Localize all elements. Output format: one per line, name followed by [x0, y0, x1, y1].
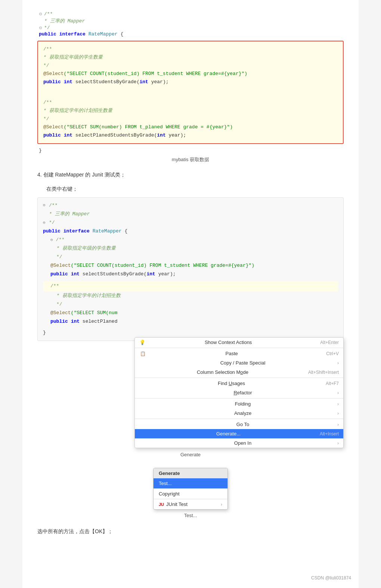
sc-inner-c4: /** [43, 282, 338, 290]
menu-item-shortcut-find: Alt+F7 [326, 381, 339, 386]
context-menu-wrapper: 💡 Show Context Actions Alt+Enter 📋 Paste… [134, 337, 344, 448]
folding-arrow: › [337, 401, 339, 407]
sc-inner-c1: ⊖ /** [43, 236, 338, 244]
sc-inner-c3: */ [43, 253, 338, 261]
page-wrapper: ⊖ /** * 三率的 Mapper ⊖ */ public interface… [22, 0, 359, 588]
step4-text: 4. 创建 RateMapper 的 Junit 测试类； [37, 171, 344, 179]
gen-item-test[interactable]: Test... [154, 478, 227, 488]
gen-item-copyright[interactable]: Copyright [154, 489, 227, 499]
sc-method2: public int selectPlaned [43, 318, 338, 326]
goto-arrow: › [337, 422, 339, 427]
hl-method2: public int selectPlanedStudentsByGrade(i… [43, 131, 338, 140]
closing-brace: } [39, 148, 344, 153]
sc-close: } [43, 329, 338, 337]
generate-menu-header: Generate [154, 468, 227, 478]
junit-arrow: › [221, 502, 222, 507]
menu-item-shortcut-paste: Ctrl+V [326, 351, 339, 356]
copy-paste-arrow: › [337, 360, 339, 366]
final-instruction: 选中所有的方法，点击【OK】； [37, 527, 344, 536]
gen-item-junit[interactable]: JU JUnit Test › [154, 499, 227, 509]
sc-inner-c5: * 获取指定学年的计划招生数 [43, 292, 338, 300]
menu-item-show-context[interactable]: 💡 Show Context Actions Alt+Enter [135, 338, 343, 347]
caption-generate: Generate [37, 452, 344, 457]
gutter-line-comment2: * 三率的 Mapper [37, 18, 344, 24]
menu-sep-4 [135, 419, 343, 419]
sc-sel2-row: @Select("SELECT SUM(num [43, 309, 338, 317]
menu-item-openin[interactable]: Open In › [135, 438, 343, 448]
hl-code-line2: * 获取指定年级的学生数量 [43, 53, 338, 62]
sc-method1: public int selectStudentsByGrade(int yea… [43, 270, 338, 278]
menu-item-shortcut-column: Alt+Shift+Insert [308, 370, 339, 375]
menu-sep-3 [135, 398, 343, 398]
junit-icon: JU [159, 502, 164, 507]
context-menu-section: 💡 Show Context Actions Alt+Enter 📋 Paste… [37, 337, 344, 448]
gutter-interface-line: public interface RateMapper { [37, 31, 344, 37]
hl-code-line6: */ [43, 115, 338, 123]
menu-item-label-copy-paste: Copy / Paste Special [220, 360, 266, 366]
menu-item-label-openin: Open In [234, 440, 251, 446]
hl-blank [43, 90, 338, 98]
code-comment-3: */ [44, 25, 50, 31]
gen-item-label-copyright: Copyright [159, 491, 180, 497]
refactor-arrow: › [337, 390, 339, 395]
menu-item-label-analyze: Analyze [234, 410, 251, 416]
sc-sel1: @Select("SELECT COUNT(student_id) FROM t… [43, 262, 338, 270]
csdn-watermark: CSDN @liuli031874 [311, 575, 351, 581]
context-menu: 💡 Show Context Actions Alt+Enter 📋 Paste… [134, 337, 344, 448]
sc-inner-c6: */ [43, 300, 338, 309]
sc-line-1: ⊖ /** [43, 201, 338, 210]
hl-code-line: /** [43, 45, 338, 53]
menu-sep-1 [135, 348, 343, 348]
sc-inner-c2: * 获取指定年级的学生数量 [43, 244, 338, 253]
menu-item-label-refactor: Refactor [233, 390, 252, 395]
menu-item-goto[interactable]: Go To › [135, 420, 343, 429]
sc-interface: public interface RateMapper { [43, 227, 338, 235]
menu-item-icon-context: 💡 [139, 340, 145, 345]
generate-menu-section: Generate Test... Copyright JU JUnit Test… [37, 465, 344, 510]
menu-item-label-find: Find Usages [218, 381, 245, 386]
code-comment-2: * 三率的 Mapper [44, 18, 85, 24]
fold-icon-1: ⊖ [39, 12, 44, 16]
analyze-arrow: › [337, 411, 339, 416]
menu-item-refactor[interactable]: Refactor › [135, 388, 343, 397]
menu-item-label-folding: Folding [235, 401, 251, 407]
menu-item-shortcut-generate: Alt+Insert [320, 431, 339, 437]
paste-icon: 📋 [139, 351, 146, 356]
gutter-line-comment3: ⊖ */ [37, 25, 344, 31]
generate-submenu: Generate Test... Copyright JU JUnit Test… [153, 468, 228, 510]
hl-select2: @Select("SELECT SUM(number) FROM t_plane… [43, 123, 338, 131]
hl-code-line4: /** [43, 98, 338, 107]
menu-item-label-generate: Generate... [216, 431, 241, 437]
menu-item-shortcut-context: Alt+Enter [320, 340, 339, 345]
menu-item-label-paste: Paste [226, 351, 238, 356]
gen-item-label-junit: JUnit Test [166, 501, 188, 507]
sc-line-3: ⊖ */ [43, 219, 338, 227]
menu-item-folding[interactable]: Folding › [135, 399, 343, 409]
menu-item-analyze[interactable]: Analyze › [135, 409, 343, 418]
highlighted-inner-code: /** * 获取指定年级的学生数量 */ @Select("SELECT COU… [37, 41, 344, 144]
openin-arrow: › [337, 441, 339, 446]
menu-item-paste[interactable]: 📋 Paste Ctrl+V [135, 349, 343, 358]
caption-mybatis: mybatis 获取数据 [37, 156, 344, 163]
menu-item-label-context: Show Context Actions [205, 340, 252, 345]
first-code-section: ⊖ /** * 三率的 Mapper ⊖ */ public interface… [37, 11, 344, 153]
menu-item-label-goto: Go To [236, 422, 249, 427]
menu-item-label-column: Column Selection Mode [197, 369, 248, 375]
sc-yellow-area: /** [43, 281, 338, 291]
code-comment-1: /** [44, 11, 53, 17]
sc-line-2: * 三率的 Mapper [43, 210, 338, 218]
hl-code-line5: * 获取指定学年的计划招生数量 [43, 107, 338, 115]
gutter-line-comment: ⊖ /** [37, 11, 344, 17]
menu-sep-2 [135, 378, 343, 378]
menu-item-find[interactable]: Find Usages Alt+F7 [135, 379, 343, 388]
fold-icon-2: ⊖ [39, 25, 44, 30]
hl-code-line3: */ [43, 62, 338, 70]
interface-decl: public interface RateMapper { [39, 31, 123, 37]
hl-select1: @Select("SELECT COUNT(student_id) FROM t… [43, 70, 338, 78]
hl-method1: public int selectStudentsByGrade(int yea… [43, 78, 338, 86]
menu-item-copy-paste[interactable]: Copy / Paste Special › [135, 358, 343, 368]
caption-test: Test... [37, 513, 344, 518]
menu-item-generate[interactable]: Generate... Alt+Insert [135, 429, 343, 438]
menu-item-column[interactable]: Column Selection Mode Alt+Shift+Insert [135, 368, 343, 377]
step4-sub: 在类中右键； [46, 185, 344, 194]
